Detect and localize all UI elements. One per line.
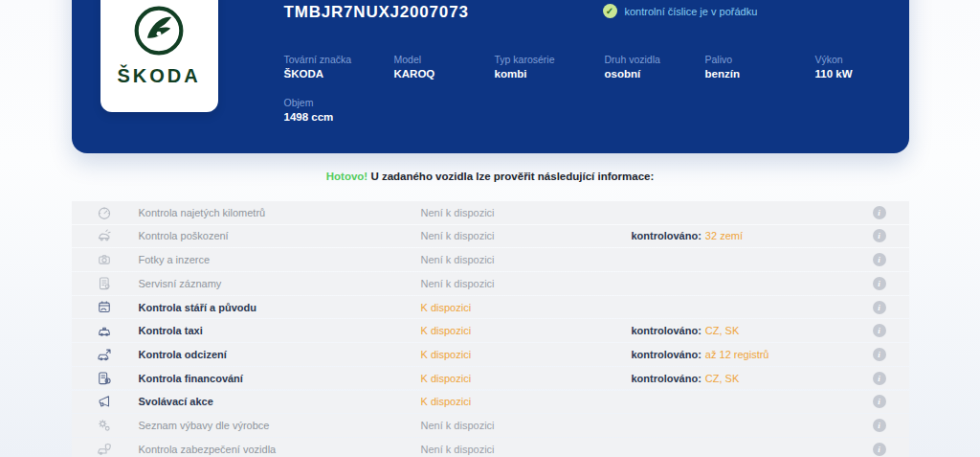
availability-status: K dispozici (421, 349, 632, 360)
check-row: Kontrola odcizeníK dispozicikontrolováno… (72, 343, 909, 366)
calendar-car-icon (96, 299, 113, 316)
checked-scope-label: kontrolováno: (632, 325, 702, 336)
page-content: ŠKODA TMBJR7NUXJ2007073 ✓ kontrolní čísl… (72, 0, 909, 457)
checked-scope-value: až 12 registrů (705, 349, 769, 360)
checked-scope: kontrolováno:až 12 registrů (632, 349, 850, 360)
stolen-car-icon (96, 346, 113, 363)
checked-scope-label: kontrolováno: (632, 230, 702, 241)
field-engine-volume: Objem 1498 ccm (284, 97, 394, 123)
vehicle-summary-panel: ŠKODA TMBJR7NUXJ2007073 ✓ kontrolní čísl… (72, 0, 909, 153)
check-row: Kontrola stáří a původuK dispozicii (72, 296, 909, 319)
check-row-label: Kontrola financování (139, 373, 421, 384)
check-row-label: Kontrola odcizení (139, 349, 421, 360)
info-icon[interactable]: i (873, 301, 886, 314)
done-label: Hotovo! (326, 171, 368, 182)
checked-scope-label: kontrolováno: (632, 349, 702, 360)
check-row-label: Kontrola najetých kilometrů (139, 207, 421, 218)
field-power: Výkon 110 kW (815, 54, 882, 80)
availability-status: K dispozici (421, 396, 632, 407)
checked-scope: kontrolováno:CZ, SK (632, 373, 850, 384)
check-row: Kontrola financováníK dispozicikontrolov… (72, 367, 909, 390)
check-row: Seznam výbavy dle výrobceNení k dispozic… (72, 414, 909, 437)
checked-scope: kontrolováno:CZ, SK (632, 325, 850, 336)
vehicle-details: TMBJR7NUXJ2007073 ✓ kontrolní číslice je… (284, 3, 882, 123)
skoda-wordmark: ŠKODA (117, 65, 200, 87)
info-icon[interactable]: i (873, 348, 886, 361)
checked-scope: kontrolováno:32 zemí (632, 230, 850, 241)
check-row-label: Fotky a inzerce (139, 254, 421, 265)
checked-scope-value: 32 zemí (705, 230, 743, 241)
checked-scope-label: kontrolováno: (632, 373, 702, 384)
result-message: Hotovo! U zadaného vozidla lze prověřit … (72, 171, 909, 186)
info-icon[interactable]: i (873, 277, 886, 290)
field-vehicle-kind: Druh vozidla osobní (605, 54, 705, 80)
info-icon[interactable]: i (873, 372, 886, 385)
info-icon[interactable]: i (873, 253, 886, 266)
availability-status: Není k dispozici (421, 230, 632, 241)
vin-title: TMBJR7NUXJ2007073 (284, 3, 469, 21)
availability-status: K dispozici (421, 373, 632, 384)
check-row-label: Servisní záznamy (139, 278, 421, 289)
check-row-label: Kontrola zabezpečení vozidla (139, 444, 421, 455)
skoda-logo-card: ŠKODA (100, 0, 218, 112)
check-row-label: Seznam výbavy dle výrobce (139, 420, 421, 431)
check-row: Kontrola poškozeníNení k dispozicikontro… (72, 225, 909, 248)
availability-status: K dispozici (421, 325, 632, 336)
vin-row: TMBJR7NUXJ2007073 ✓ kontrolní číslice je… (284, 3, 882, 24)
availability-status: Není k dispozici (421, 207, 632, 218)
service-records-icon (96, 275, 113, 292)
speedometer-icon (96, 204, 113, 221)
result-message-text: U zadaného vozidla lze prověřit následuj… (370, 171, 654, 182)
taxi-icon (96, 322, 113, 339)
availability-status: Není k dispozici (421, 420, 632, 431)
check-row-label: Svolávací akce (139, 396, 421, 407)
check-row: Servisní záznamyNení k dispozicii (72, 272, 909, 295)
availability-status: K dispozici (421, 302, 632, 313)
field-brand: Tovární značka ŠKODA (284, 54, 394, 80)
check-row-label: Kontrola stáří a původu (139, 302, 421, 313)
damaged-car-icon (96, 227, 113, 244)
field-model: Model KAROQ (394, 54, 495, 80)
camera-icon (96, 251, 113, 268)
check-icon: ✓ (603, 4, 617, 18)
info-icon[interactable]: i (873, 206, 886, 219)
car-security-icon (96, 441, 113, 457)
checked-scope-value: CZ, SK (705, 373, 739, 384)
check-row-label: Kontrola taxi (139, 325, 421, 336)
financing-icon (96, 370, 113, 387)
availability-status: Není k dispozici (421, 278, 632, 289)
check-row: Svolávací akceK dispozicii (72, 391, 909, 414)
info-icon[interactable]: i (873, 419, 886, 432)
skoda-logo-icon (132, 4, 186, 57)
check-row: Kontrola najetých kilometrůNení k dispoz… (72, 201, 909, 224)
info-icon[interactable]: i (873, 324, 886, 337)
megaphone-icon (96, 393, 113, 410)
vehicle-fields: Tovární značka ŠKODA Model KAROQ Typ kar… (284, 54, 882, 123)
field-fuel: Palivo benzín (705, 54, 815, 80)
checks-table: Kontrola najetých kilometrůNení k dispoz… (72, 201, 909, 457)
check-row: Kontrola taxiK dispozicikontrolováno:CZ,… (72, 319, 909, 342)
field-body-type: Typ karosérie kombi (495, 54, 605, 80)
info-icon[interactable]: i (873, 229, 886, 242)
check-digit-text: kontrolní číslice je v pořádku (625, 6, 758, 17)
check-row: Kontrola zabezpečení vozidlaNení k dispo… (72, 438, 909, 457)
availability-status: Není k dispozici (421, 254, 632, 265)
checked-scope-value: CZ, SK (705, 325, 739, 336)
check-row: Fotky a inzerceNení k dispozicii (72, 248, 909, 271)
info-icon[interactable]: i (873, 395, 886, 408)
vin-check-badge: ✓ kontrolní číslice je v pořádku (603, 4, 758, 18)
info-icon[interactable]: i (873, 443, 886, 456)
check-row-label: Kontrola poškození (139, 230, 421, 241)
availability-status: Není k dispozici (421, 444, 632, 455)
gears-icon (96, 417, 113, 434)
